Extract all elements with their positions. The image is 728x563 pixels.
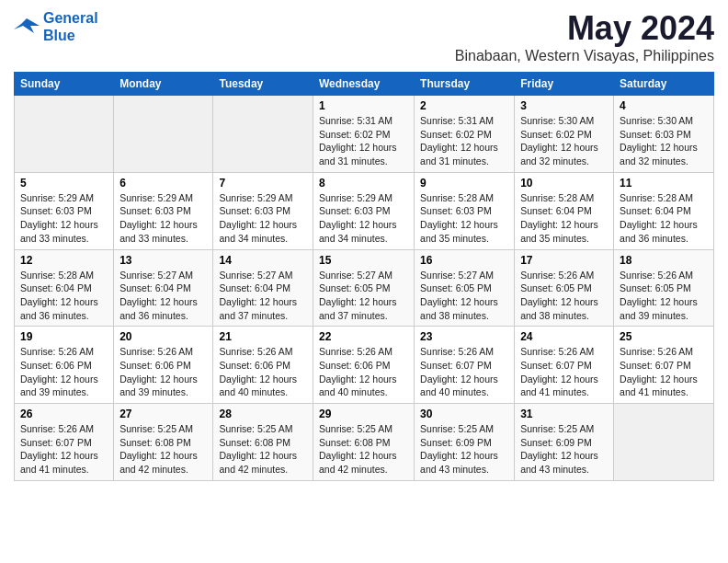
day-number: 29 — [319, 408, 408, 420]
weekday-header-sunday: Sunday — [15, 73, 114, 96]
calendar-cell: 20Sunrise: 5:26 AM Sunset: 6:06 PM Dayli… — [114, 327, 213, 404]
day-info: Sunrise: 5:26 AM Sunset: 6:06 PM Dayligh… — [20, 345, 108, 399]
day-info: Sunrise: 5:28 AM Sunset: 6:03 PM Dayligh… — [420, 191, 508, 246]
day-info: Sunrise: 5:26 AM Sunset: 6:06 PM Dayligh… — [319, 345, 408, 399]
day-info: Sunrise: 5:29 AM Sunset: 6:03 PM Dayligh… — [119, 191, 207, 246]
day-number: 22 — [319, 330, 408, 343]
calendar-cell: 31Sunrise: 5:25 AM Sunset: 6:09 PM Dayli… — [515, 404, 614, 481]
calendar-cell: 19Sunrise: 5:26 AM Sunset: 6:06 PM Dayli… — [15, 327, 114, 404]
weekday-header-wednesday: Wednesday — [313, 73, 414, 96]
day-number: 12 — [20, 254, 108, 267]
header: General Blue May 2024 Binabaan, Western … — [14, 9, 714, 64]
calendar-cell: 6Sunrise: 5:29 AM Sunset: 6:03 PM Daylig… — [114, 172, 213, 249]
day-number: 28 — [219, 408, 307, 420]
day-number: 21 — [219, 330, 307, 343]
day-info: Sunrise: 5:25 AM Sunset: 6:08 PM Dayligh… — [119, 422, 207, 477]
calendar-cell: 30Sunrise: 5:25 AM Sunset: 6:09 PM Dayli… — [415, 404, 515, 481]
logo-bird-icon — [14, 17, 40, 37]
day-info: Sunrise: 5:27 AM Sunset: 6:04 PM Dayligh… — [219, 269, 307, 323]
day-info: Sunrise: 5:31 AM Sunset: 6:02 PM Dayligh… — [420, 114, 508, 168]
calendar-cell: 18Sunrise: 5:26 AM Sunset: 6:05 PM Dayli… — [614, 249, 714, 327]
day-number: 5 — [20, 177, 108, 190]
calendar-cell: 13Sunrise: 5:27 AM Sunset: 6:04 PM Dayli… — [114, 249, 213, 327]
day-info: Sunrise: 5:26 AM Sunset: 6:07 PM Dayligh… — [520, 345, 608, 399]
subtitle: Binabaan, Western Visayas, Philippines — [455, 48, 714, 64]
day-number: 8 — [319, 177, 408, 190]
day-info: Sunrise: 5:28 AM Sunset: 6:04 PM Dayligh… — [20, 269, 108, 323]
day-info: Sunrise: 5:29 AM Sunset: 6:03 PM Dayligh… — [319, 191, 408, 246]
day-number: 26 — [20, 408, 108, 420]
day-info: Sunrise: 5:27 AM Sunset: 6:04 PM Dayligh… — [119, 269, 207, 323]
week-row-5: 26Sunrise: 5:26 AM Sunset: 6:07 PM Dayli… — [15, 404, 714, 481]
logo-line2: Blue — [43, 28, 75, 43]
logo-text: General Blue — [43, 9, 98, 44]
day-info: Sunrise: 5:25 AM Sunset: 6:08 PM Dayligh… — [319, 422, 408, 477]
day-number: 27 — [119, 408, 207, 420]
calendar-cell: 23Sunrise: 5:26 AM Sunset: 6:07 PM Dayli… — [415, 327, 515, 404]
day-info: Sunrise: 5:26 AM Sunset: 6:06 PM Dayligh… — [219, 345, 307, 399]
day-number: 20 — [119, 330, 207, 343]
calendar-cell: 14Sunrise: 5:27 AM Sunset: 6:04 PM Dayli… — [213, 249, 313, 327]
day-info: Sunrise: 5:25 AM Sunset: 6:09 PM Dayligh… — [420, 422, 508, 477]
day-number: 2 — [420, 99, 508, 112]
week-row-3: 12Sunrise: 5:28 AM Sunset: 6:04 PM Dayli… — [15, 249, 714, 327]
logo-line1: General — [43, 10, 98, 26]
day-info: Sunrise: 5:29 AM Sunset: 6:03 PM Dayligh… — [219, 191, 307, 246]
week-row-2: 5Sunrise: 5:29 AM Sunset: 6:03 PM Daylig… — [15, 172, 714, 249]
day-info: Sunrise: 5:28 AM Sunset: 6:04 PM Dayligh… — [520, 191, 608, 246]
calendar-cell: 15Sunrise: 5:27 AM Sunset: 6:05 PM Dayli… — [313, 249, 414, 327]
calendar-cell: 25Sunrise: 5:26 AM Sunset: 6:07 PM Dayli… — [614, 327, 714, 404]
calendar-cell: 8Sunrise: 5:29 AM Sunset: 6:03 PM Daylig… — [313, 172, 414, 249]
calendar-cell — [114, 96, 213, 173]
calendar-cell: 22Sunrise: 5:26 AM Sunset: 6:06 PM Dayli… — [313, 327, 414, 404]
day-info: Sunrise: 5:26 AM Sunset: 6:05 PM Dayligh… — [620, 269, 708, 323]
day-number: 17 — [520, 254, 608, 267]
calendar-cell: 12Sunrise: 5:28 AM Sunset: 6:04 PM Dayli… — [15, 249, 114, 327]
calendar-cell: 21Sunrise: 5:26 AM Sunset: 6:06 PM Dayli… — [213, 327, 313, 404]
calendar-cell: 27Sunrise: 5:25 AM Sunset: 6:08 PM Dayli… — [114, 404, 213, 481]
calendar-cell: 1Sunrise: 5:31 AM Sunset: 6:02 PM Daylig… — [313, 96, 414, 173]
day-number: 16 — [420, 254, 508, 267]
day-number: 19 — [20, 330, 108, 343]
calendar-cell: 3Sunrise: 5:30 AM Sunset: 6:02 PM Daylig… — [515, 96, 614, 173]
day-number: 31 — [520, 408, 608, 420]
calendar-table: SundayMondayTuesdayWednesdayThursdayFrid… — [14, 72, 714, 481]
weekday-header-saturday: Saturday — [614, 73, 714, 96]
calendar-cell: 5Sunrise: 5:29 AM Sunset: 6:03 PM Daylig… — [15, 172, 114, 249]
day-info: Sunrise: 5:27 AM Sunset: 6:05 PM Dayligh… — [319, 269, 408, 323]
weekday-header-thursday: Thursday — [415, 73, 515, 96]
main-title: May 2024 — [455, 9, 714, 48]
logo: General Blue — [14, 9, 98, 44]
calendar-cell: 11Sunrise: 5:28 AM Sunset: 6:04 PM Dayli… — [614, 172, 714, 249]
day-info: Sunrise: 5:26 AM Sunset: 6:07 PM Dayligh… — [420, 345, 508, 399]
calendar-cell: 4Sunrise: 5:30 AM Sunset: 6:03 PM Daylig… — [614, 96, 714, 173]
calendar-cell — [614, 404, 714, 481]
day-info: Sunrise: 5:26 AM Sunset: 6:07 PM Dayligh… — [620, 345, 708, 399]
day-info: Sunrise: 5:31 AM Sunset: 6:02 PM Dayligh… — [319, 114, 408, 168]
day-info: Sunrise: 5:26 AM Sunset: 6:06 PM Dayligh… — [119, 345, 207, 399]
calendar-cell: 29Sunrise: 5:25 AM Sunset: 6:08 PM Dayli… — [313, 404, 414, 481]
day-number: 15 — [319, 254, 408, 267]
calendar-cell: 2Sunrise: 5:31 AM Sunset: 6:02 PM Daylig… — [415, 96, 515, 173]
calendar-cell: 16Sunrise: 5:27 AM Sunset: 6:05 PM Dayli… — [415, 249, 515, 327]
weekday-header-tuesday: Tuesday — [213, 73, 313, 96]
day-number: 7 — [219, 177, 307, 190]
day-info: Sunrise: 5:26 AM Sunset: 6:07 PM Dayligh… — [20, 422, 108, 477]
week-row-4: 19Sunrise: 5:26 AM Sunset: 6:06 PM Dayli… — [15, 327, 714, 404]
calendar-cell — [213, 96, 313, 173]
day-number: 11 — [620, 177, 708, 190]
calendar-cell: 26Sunrise: 5:26 AM Sunset: 6:07 PM Dayli… — [15, 404, 114, 481]
day-number: 1 — [319, 99, 408, 112]
day-info: Sunrise: 5:30 AM Sunset: 6:03 PM Dayligh… — [620, 114, 708, 168]
calendar-cell — [15, 96, 114, 173]
day-info: Sunrise: 5:26 AM Sunset: 6:05 PM Dayligh… — [520, 269, 608, 323]
day-number: 24 — [520, 330, 608, 343]
weekday-header-row: SundayMondayTuesdayWednesdayThursdayFrid… — [15, 73, 714, 96]
week-row-1: 1Sunrise: 5:31 AM Sunset: 6:02 PM Daylig… — [15, 96, 714, 173]
day-number: 6 — [119, 177, 207, 190]
day-number: 10 — [520, 177, 608, 190]
day-number: 13 — [119, 254, 207, 267]
day-info: Sunrise: 5:30 AM Sunset: 6:02 PM Dayligh… — [520, 114, 608, 168]
day-number: 18 — [620, 254, 708, 267]
day-number: 23 — [420, 330, 508, 343]
